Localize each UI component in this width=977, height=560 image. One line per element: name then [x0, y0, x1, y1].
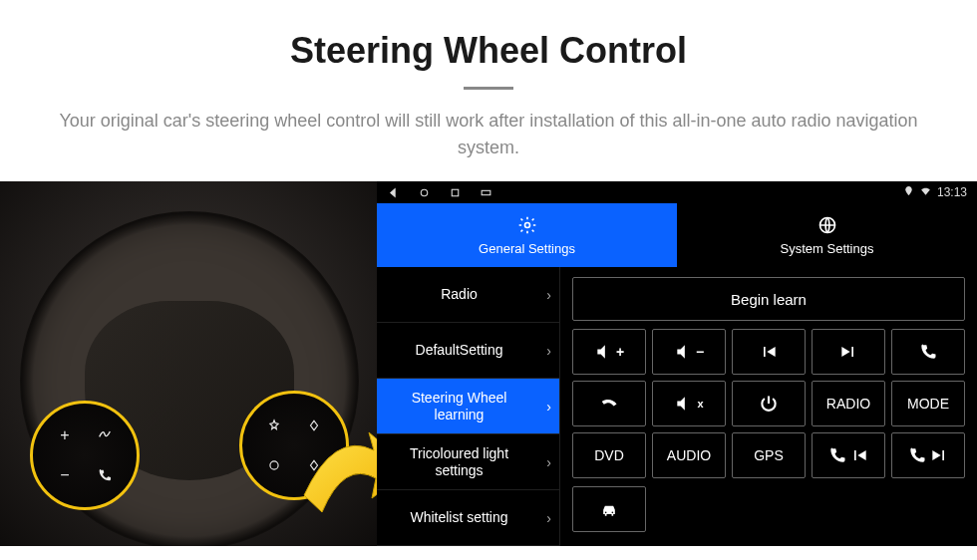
nav-home-icon[interactable]	[418, 186, 431, 199]
nav-buttons	[387, 186, 492, 199]
nav-split-icon[interactable]	[480, 186, 492, 199]
menu-item-default-setting[interactable]: DefaultSetting ›	[377, 323, 560, 379]
tab-general-settings[interactable]: General Settings	[377, 203, 677, 267]
button-label: AUDIO	[667, 447, 711, 463]
tab-label: General Settings	[479, 241, 575, 256]
prev-track-icon	[759, 342, 779, 362]
chevron-right-icon: ›	[546, 398, 551, 415]
extra-row	[572, 486, 965, 532]
func-power[interactable]	[732, 381, 806, 426]
page-title: Steering Wheel Control	[40, 30, 937, 72]
svg-rect-2	[452, 189, 459, 196]
next-track-icon	[838, 342, 858, 362]
status-bar: 13:13	[377, 181, 977, 203]
car-icon	[599, 499, 619, 519]
menu-item-radio[interactable]: Radio ›	[377, 267, 560, 323]
svg-point-0	[270, 461, 278, 469]
page-header: Steering Wheel Control Your original car…	[0, 0, 977, 181]
main-grid: Radio › DefaultSetting › Steering Wheel …	[377, 267, 977, 546]
nav-back-icon[interactable]	[387, 186, 400, 199]
chevron-right-icon: ›	[546, 286, 551, 303]
content-row: + −	[0, 181, 977, 546]
svg-point-1	[421, 189, 428, 196]
begin-learn-button[interactable]: Begin learn	[572, 277, 965, 321]
func-call[interactable]	[891, 329, 965, 375]
svg-point-4	[524, 222, 529, 227]
svg-point-6	[605, 512, 607, 514]
gps-icon	[903, 185, 914, 199]
hangup-icon	[599, 394, 619, 414]
function-grid: + −	[572, 329, 965, 478]
func-hangup[interactable]	[572, 381, 646, 426]
title-divider	[464, 87, 513, 90]
tab-label: System Settings	[781, 241, 874, 256]
func-volume-up[interactable]: +	[572, 329, 646, 375]
tab-system-settings[interactable]: System Settings	[677, 203, 977, 267]
wheel-btn-minus: −	[47, 457, 83, 493]
menu-label: Radio	[441, 286, 478, 303]
func-gps[interactable]: GPS	[732, 432, 806, 478]
menu-item-steering-wheel-learning[interactable]: Steering Wheel learning ›	[377, 379, 560, 434]
chevron-right-icon: ›	[546, 509, 551, 526]
phone-icon	[918, 342, 938, 362]
wheel-left-cluster: + −	[30, 401, 140, 510]
gear-icon	[517, 215, 537, 238]
func-prev-track[interactable]	[732, 329, 806, 375]
button-label: MODE	[907, 396, 949, 412]
func-audio[interactable]: AUDIO	[652, 432, 726, 478]
nav-recents-icon[interactable]	[449, 186, 462, 199]
menu-label: Steering Wheel learning	[387, 390, 531, 423]
power-icon	[759, 394, 779, 414]
volume-down-icon	[674, 342, 694, 362]
wifi-icon	[919, 184, 932, 200]
learn-panel: Begin learn + −	[560, 267, 977, 546]
func-mode[interactable]: MODE	[891, 381, 965, 426]
menu-label: DefaultSetting	[416, 342, 503, 359]
next-small-icon	[929, 445, 949, 465]
menu-label: Whitelist setting	[410, 509, 507, 526]
phone-prev-icon	[827, 445, 847, 465]
chevron-right-icon: ›	[546, 453, 551, 470]
svg-point-7	[612, 512, 614, 514]
globe-icon	[817, 215, 837, 238]
func-radio[interactable]: RADIO	[812, 381, 885, 426]
steering-wheel-photo: + −	[0, 181, 377, 546]
func-mute[interactable]: x	[652, 381, 726, 426]
side-menu: Radio › DefaultSetting › Steering Wheel …	[377, 267, 560, 546]
button-label: Begin learn	[731, 291, 807, 308]
wheel-btn-diamond2	[296, 447, 332, 483]
wheel-btn-voice	[87, 418, 123, 453]
menu-item-tricoloured-light[interactable]: Tricoloured light settings ›	[377, 434, 560, 490]
volume-up-icon	[594, 342, 614, 362]
menu-label: Tricoloured light settings	[387, 445, 531, 479]
wheel-btn-plus: +	[47, 418, 83, 453]
func-volume-down[interactable]: −	[652, 329, 726, 375]
mute-icon	[674, 394, 694, 414]
wheel-btn-diamond	[296, 408, 332, 443]
android-headunit-screen: 13:13 General Settings System Settings R…	[377, 181, 977, 546]
chevron-right-icon: ›	[546, 342, 551, 359]
phone-next-icon	[907, 445, 927, 465]
func-phone-next[interactable]	[891, 432, 965, 478]
clock: 13:13	[937, 185, 967, 199]
wheel-btn-star	[256, 408, 292, 443]
svg-rect-3	[482, 190, 490, 194]
button-label: RADIO	[826, 396, 870, 412]
button-label: GPS	[754, 447, 784, 463]
func-dvd[interactable]: DVD	[572, 432, 646, 478]
wheel-btn-circle	[256, 447, 292, 483]
func-phone-prev[interactable]	[812, 432, 885, 478]
wheel-right-cluster	[239, 391, 349, 500]
func-next-track[interactable]	[812, 329, 885, 375]
prev-small-icon	[849, 445, 869, 465]
func-car[interactable]	[572, 486, 646, 532]
tabs-row: General Settings System Settings	[377, 203, 977, 267]
menu-item-whitelist[interactable]: Whitelist setting ›	[377, 490, 560, 546]
button-label: DVD	[594, 447, 624, 463]
wheel-btn-phone	[87, 457, 123, 493]
page-subtitle: Your original car's steering wheel contr…	[40, 108, 937, 161]
